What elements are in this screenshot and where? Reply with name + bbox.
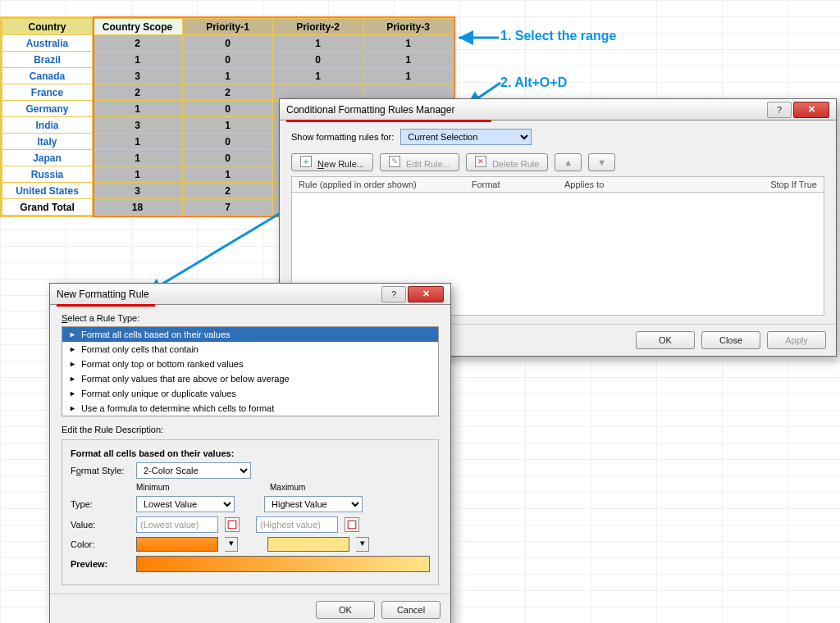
rule-type-item[interactable]: ►Format only unique or duplicate values: [62, 386, 438, 401]
color-min-swatch[interactable]: [136, 537, 218, 552]
cell[interactable]: 2: [93, 84, 183, 101]
cell[interactable]: 0: [183, 35, 273, 52]
delete-rule-button[interactable]: Delete Rule: [466, 153, 549, 171]
annot-step2: 2. Alt+O+D: [500, 75, 567, 90]
cell[interactable]: 1: [93, 134, 183, 150]
triangle-icon: ►: [69, 404, 76, 412]
new-rule-titlebar[interactable]: New Formatting Rule ? ✕: [50, 284, 450, 305]
svg-rect-3: [228, 521, 236, 529]
cell[interactable]: 1: [363, 52, 454, 68]
annot-step1: 1. Select the range: [500, 29, 616, 43]
rule-description-box: Format all cells based on their values: …: [62, 439, 439, 585]
cell[interactable]: 3: [93, 68, 183, 84]
ref-selector-icon[interactable]: [225, 517, 240, 532]
cell[interactable]: 0: [183, 101, 273, 117]
cell[interactable]: 1: [363, 68, 454, 84]
cell[interactable]: 2: [183, 84, 273, 101]
rules-manager-title: Conditional Formatting Rules Manager: [286, 104, 454, 116]
desc-header: Format all cells based on their values:: [71, 448, 430, 458]
value-min-input: [136, 516, 218, 533]
cell[interactable]: 1: [93, 150, 183, 166]
row-name: Italy: [2, 134, 93, 150]
col-p3: Priority-3: [363, 19, 454, 35]
row-name: Grand Total: [2, 199, 93, 216]
preview-label: Preview:: [71, 559, 130, 569]
row-name: Australia: [2, 35, 93, 52]
triangle-icon: ►: [69, 389, 76, 398]
color-max-swatch[interactable]: [267, 537, 349, 552]
row-name: United States: [2, 183, 93, 199]
ref-selector-icon[interactable]: [345, 517, 359, 532]
edit-rule-button[interactable]: Edit Rule...: [380, 153, 459, 171]
row-name: Brazil: [2, 52, 93, 68]
minimum-label: Minimum: [136, 483, 263, 492]
col-p2: Priority-2: [273, 19, 363, 35]
cell[interactable]: 1: [93, 52, 183, 68]
cell[interactable]: 1: [363, 35, 454, 52]
rules-manager-titlebar[interactable]: Conditional Formatting Rules Manager ? ✕: [280, 99, 836, 121]
show-for-select[interactable]: Current Selection: [400, 129, 532, 145]
pencil-icon: [389, 156, 400, 167]
svg-rect-4: [348, 521, 356, 529]
new-rule-dialog: New Formatting Rule ? ✕ Select a Rule Ty…: [49, 283, 451, 623]
chevron-down-icon[interactable]: ▾: [356, 537, 369, 552]
cell[interactable]: 1: [273, 68, 363, 84]
plus-icon: [300, 156, 312, 167]
table-row: Australia2011: [2, 35, 454, 52]
row-name: Japan: [2, 150, 93, 166]
chevron-down-icon[interactable]: ▾: [225, 537, 238, 552]
cell[interactable]: 1: [273, 35, 363, 52]
triangle-icon: ►: [69, 345, 76, 353]
row-name: Canada: [2, 68, 93, 84]
rule-type-list[interactable]: ►Format all cells based on their values►…: [62, 326, 439, 416]
cell[interactable]: 3: [93, 117, 183, 134]
cell[interactable]: 0: [183, 134, 273, 150]
arrow-1: [455, 28, 500, 48]
cell[interactable]: 0: [183, 52, 273, 68]
show-for-label: Show formatting rules for:: [291, 132, 394, 142]
value-max-input: [256, 516, 338, 533]
col-p1: Priority-1: [183, 19, 273, 35]
apply-button[interactable]: Apply: [767, 331, 826, 349]
close-icon[interactable]: ✕: [408, 286, 444, 302]
table-header-row: Country Country Scope Priority-1 Priorit…: [2, 19, 454, 35]
type-min-select[interactable]: Lowest Value: [136, 496, 235, 512]
ok-button[interactable]: OK: [636, 331, 695, 349]
title-underline-2: [57, 304, 155, 307]
cancel-button[interactable]: Cancel: [381, 601, 441, 619]
value-label: Value:: [71, 520, 130, 530]
help-icon[interactable]: ?: [767, 102, 792, 118]
format-style-select[interactable]: 2-Color Scale: [136, 462, 251, 479]
cell[interactable]: 0: [183, 150, 273, 166]
cell[interactable]: 1: [183, 117, 273, 134]
new-rule-title: New Formatting Rule: [57, 289, 149, 300]
close-button[interactable]: Close: [701, 331, 760, 349]
triangle-icon: ►: [69, 375, 76, 383]
rule-list-header: Rule (applied in order shown) Format App…: [291, 176, 824, 193]
move-down-button[interactable]: ▼: [588, 153, 615, 171]
delete-icon: [475, 156, 486, 167]
rule-type-item[interactable]: ►Format only cells that contain: [62, 342, 438, 357]
col-scope: Country Scope: [93, 19, 183, 35]
cell[interactable]: 2: [93, 35, 183, 52]
rule-type-item[interactable]: ►Use a formula to determine which cells …: [62, 401, 438, 416]
new-rule-button[interactable]: New Rule...: [291, 153, 373, 171]
close-icon[interactable]: ✕: [793, 102, 829, 118]
cell[interactable]: 1: [93, 101, 183, 117]
cell[interactable]: 0: [273, 52, 363, 68]
triangle-icon: ►: [69, 330, 76, 339]
ok-button[interactable]: OK: [316, 601, 375, 619]
type-max-select[interactable]: Highest Value: [264, 496, 363, 512]
move-up-button[interactable]: ▲: [555, 153, 582, 171]
table-row: Canada3111: [2, 68, 454, 84]
rule-type-item[interactable]: ►Format all cells based on their values: [62, 327, 438, 342]
col-country: Country: [2, 19, 93, 35]
rule-type-item[interactable]: ►Format only top or bottom ranked values: [62, 357, 438, 371]
row-name: India: [2, 117, 93, 134]
select-rule-type-label: Select a Rule Type:: [62, 313, 139, 323]
cell[interactable]: 1: [183, 68, 273, 84]
help-icon[interactable]: ?: [381, 286, 406, 302]
rule-type-item[interactable]: ►Format only values that are above or be…: [62, 371, 438, 386]
preview-gradient: [136, 556, 430, 572]
row-name: France: [2, 84, 93, 101]
